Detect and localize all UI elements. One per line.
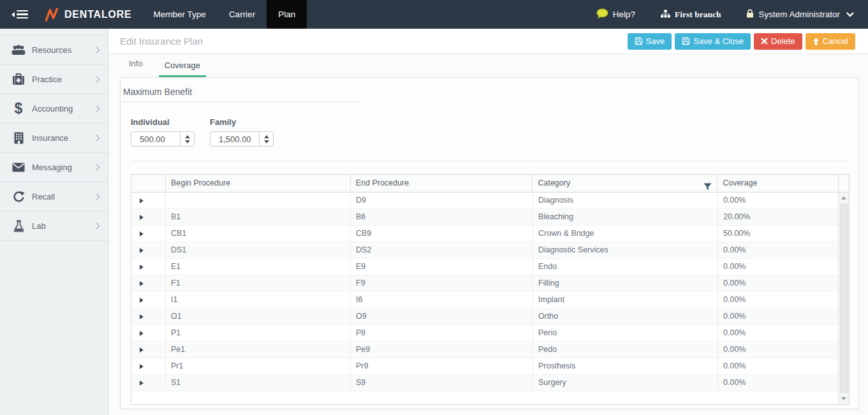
cell-begin-procedure: DS1	[166, 242, 351, 258]
row-expander[interactable]	[131, 226, 166, 242]
tab-info[interactable]: Info	[123, 59, 149, 77]
floppy-icon	[635, 37, 643, 45]
user-menu[interactable]: System Administrator	[746, 9, 854, 20]
row-expander[interactable]	[131, 259, 166, 275]
row-expander[interactable]	[131, 193, 166, 208]
chevron-right-icon	[94, 135, 100, 142]
cell-coverage: 0.00%	[718, 358, 839, 374]
row-expander[interactable]	[131, 242, 166, 258]
column-end-procedure[interactable]: End Procedure	[351, 175, 533, 192]
column-begin-procedure[interactable]: Begin Procedure	[166, 175, 351, 192]
scrollbar-thumb[interactable]	[840, 204, 848, 393]
sidebar-item-lab[interactable]: Lab	[0, 212, 108, 241]
column-category[interactable]: Category	[533, 175, 717, 192]
tab-coverage[interactable]: Coverage	[159, 61, 206, 77]
navbar-right: Help? First branch	[596, 0, 868, 29]
sidebar-toggle-button[interactable]	[11, 8, 28, 21]
cell-category: Diagnostic Services	[533, 242, 718, 258]
row-expander[interactable]	[131, 209, 166, 225]
user-label: System Administrator	[758, 10, 840, 19]
menu-item-plan[interactable]: Plan	[267, 0, 307, 29]
filter-icon[interactable]	[703, 180, 712, 192]
table-row[interactable]: DS1 DS2 Diagnostic Services 0.00%	[131, 242, 839, 259]
individual-label: Individual	[131, 117, 195, 127]
cell-begin-procedure: B1	[166, 209, 351, 225]
sidebar-item-accounting[interactable]: $ Accounting	[0, 94, 108, 124]
table-row[interactable]: B1 B6 Bleaching 20.00%	[131, 209, 839, 226]
branch-label: First branch	[675, 10, 721, 20]
table-body: D9 Diagnosis 0.00% B1 B6 Bleaching 20.00…	[131, 193, 849, 404]
table-row[interactable]: Pe1 Pe9 Pedo 0.00%	[131, 342, 839, 358]
cell-category: Ortho	[533, 309, 718, 324]
hamburger-icon	[17, 8, 28, 21]
help-button[interactable]: Help?	[596, 8, 635, 20]
table-row[interactable]: Pr1 Pr9 Prosthesis 0.00%	[131, 358, 839, 375]
column-expander	[131, 175, 166, 192]
arrow-up-icon	[813, 38, 820, 45]
row-expander[interactable]	[131, 342, 166, 358]
triangle-right-icon	[140, 298, 143, 303]
sidebar-item-resources[interactable]: Resources	[0, 36, 108, 65]
cell-coverage: 0.00%	[718, 242, 839, 258]
cell-begin-procedure: I1	[166, 292, 351, 308]
scroll-up-button[interactable]	[839, 193, 849, 203]
row-expander[interactable]	[131, 325, 166, 341]
spin-up-icon	[185, 135, 190, 138]
column-scroll-spacer	[839, 175, 849, 192]
table-row[interactable]: F1 F9 Filling 0.00%	[131, 275, 839, 292]
triangle-right-icon	[140, 265, 143, 270]
sidebar-item-insurance[interactable]: Insurance	[0, 124, 108, 153]
cell-category: Pedo	[533, 342, 718, 358]
main-menu: Member Type Carrier Plan	[142, 0, 307, 29]
cell-coverage: 0.00%	[718, 259, 839, 275]
brand-logo-icon[interactable]	[44, 6, 59, 23]
table-row[interactable]: D9 Diagnosis 0.00%	[131, 193, 839, 209]
table-row[interactable]: O1 O9 Ortho 0.00%	[131, 309, 839, 325]
row-expander[interactable]	[131, 292, 166, 308]
cell-category: Implant	[533, 292, 718, 308]
table-row[interactable]: I1 I6 Implant 0.00%	[131, 292, 839, 309]
row-expander[interactable]	[131, 358, 166, 374]
save-close-button[interactable]: Save & Close	[675, 33, 751, 50]
menu-item-member-type[interactable]: Member Type	[142, 0, 217, 29]
vertical-scrollbar[interactable]	[838, 193, 849, 404]
sidebar-item-recall[interactable]: Recall	[0, 182, 108, 212]
cell-coverage: 50.00%	[718, 226, 839, 242]
table-row[interactable]: E1 E9 Endo 0.00%	[131, 259, 839, 275]
cell-end-procedure: D9	[351, 193, 533, 208]
scroll-down-button[interactable]	[839, 393, 849, 404]
table-row[interactable]: S1 S9 Surgery 0.00%	[131, 375, 839, 391]
branch-selector[interactable]: First branch	[661, 10, 721, 20]
triangle-right-icon	[140, 347, 143, 353]
cell-coverage: 0.00%	[718, 275, 839, 291]
column-coverage[interactable]: Coverage	[717, 175, 839, 192]
row-expander[interactable]	[131, 309, 166, 324]
individual-stepper[interactable]	[180, 132, 194, 146]
sidebar-item-label: Recall	[32, 192, 55, 201]
cell-begin-procedure: F1	[166, 275, 351, 291]
save-button[interactable]: Save	[628, 33, 672, 50]
cell-category: Crown & Bridge	[533, 226, 718, 242]
coverage-panel: Maximum Benefit Individual Family	[120, 77, 859, 409]
collapse-arrow-icon	[11, 12, 15, 17]
sidebar-item-practice[interactable]: Practice	[0, 65, 108, 94]
help-label: Help?	[613, 10, 635, 19]
cell-coverage: 0.00%	[718, 342, 839, 358]
family-stepper[interactable]	[259, 132, 273, 146]
section-divider	[131, 161, 848, 161]
brand-title[interactable]: DENTALORE	[64, 9, 132, 20]
delete-button[interactable]: Delete	[754, 33, 802, 50]
chevron-right-icon	[94, 76, 100, 83]
table-row[interactable]: CB1 CB9 Crown & Bridge 50.00%	[131, 226, 839, 242]
row-expander[interactable]	[131, 375, 166, 391]
menu-item-carrier[interactable]: Carrier	[217, 0, 267, 29]
main-content: Edit Insurance Plan Save	[108, 29, 868, 415]
cell-end-procedure: I6	[351, 292, 533, 308]
row-expander[interactable]	[131, 275, 166, 291]
individual-input[interactable]	[131, 132, 180, 146]
family-input[interactable]	[210, 132, 259, 146]
table-row[interactable]: P1 P8 Perio 0.00%	[131, 325, 839, 342]
sidebar-item-messaging[interactable]: Messaging	[0, 153, 108, 182]
cell-end-procedure: DS2	[351, 242, 533, 258]
cancel-button[interactable]: Cancel	[805, 33, 855, 50]
